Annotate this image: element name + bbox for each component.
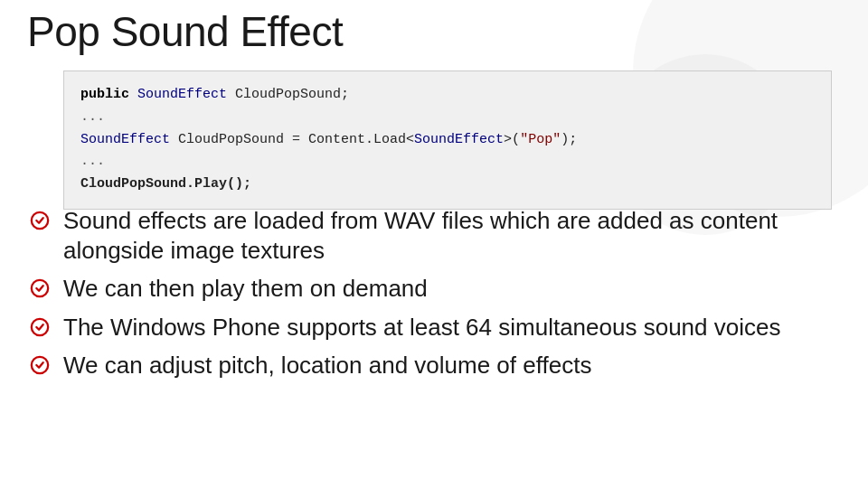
list-item: Sound effects are loaded from WAV files …: [27, 206, 841, 265]
list-item: We can then play them on demand: [27, 274, 841, 304]
bullet-icon: [27, 314, 52, 340]
page-title: Pop Sound Effect: [27, 7, 343, 56]
code-line-4: ...: [80, 151, 815, 174]
bullet-icon: [27, 352, 52, 378]
bullet-text: We can adjust pitch, location and volume…: [63, 351, 591, 380]
list-item: The Windows Phone supports at least 64 s…: [27, 313, 841, 343]
bullet-icon: [27, 208, 52, 233]
bullet-icon: [27, 276, 52, 301]
bullet-text: Sound effects are loaded from WAV files …: [63, 206, 841, 265]
code-line-3: SoundEffect CloudPopSound = Content.Load…: [80, 129, 815, 152]
code-line-2: ...: [80, 107, 815, 129]
code-block: public SoundEffect CloudPopSound; ... So…: [63, 70, 832, 210]
bullet-list: Sound effects are loaded from WAV files …: [27, 206, 841, 389]
bullet-text: The Windows Phone supports at least 64 s…: [63, 313, 780, 343]
code-line-1: public SoundEffect CloudPopSound;: [80, 84, 815, 107]
bullet-text: We can then play them on demand: [63, 274, 428, 304]
code-line-5: CloudPopSound.Play();: [80, 174, 815, 196]
list-item: We can adjust pitch, location and volume…: [27, 351, 841, 380]
